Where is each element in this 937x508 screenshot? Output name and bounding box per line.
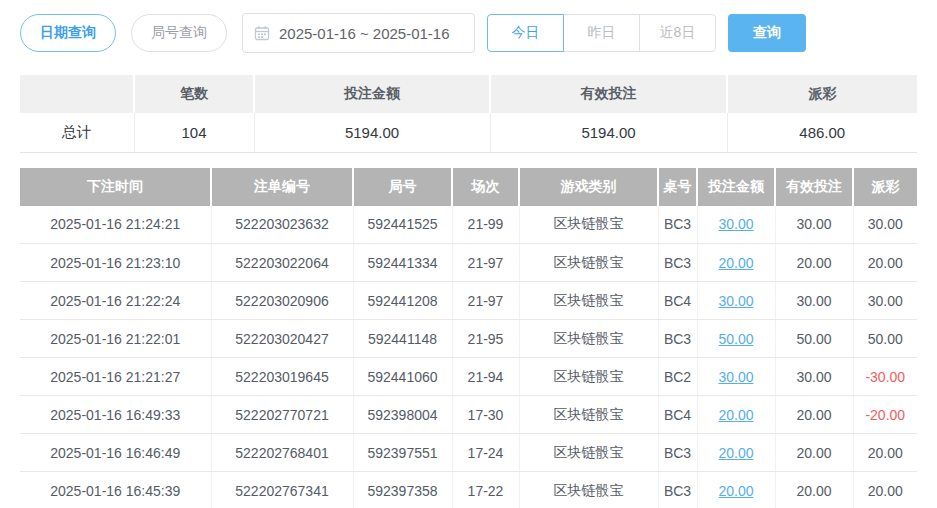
yesterday-button[interactable]: 昨日	[563, 14, 640, 52]
summary-table: 笔数 投注金额 有效投注 派彩 总计 104 5194.00 5194.00 4…	[20, 75, 917, 153]
table-number-cell: BC3	[658, 244, 697, 282]
table-row: 2025-01-16 16:49:33522202770721592398004…	[20, 396, 917, 434]
header-session: 场次	[452, 168, 519, 206]
bet-time-cell: 2025-01-16 21:21:27	[20, 358, 211, 396]
bet-time-cell: 2025-01-16 16:49:33	[20, 396, 211, 434]
game-type-cell: 区块链骰宝	[519, 282, 658, 320]
valid-bet-cell: 30.00	[775, 358, 853, 396]
today-button[interactable]: 今日	[487, 14, 564, 52]
payout-cell: -20.00	[853, 396, 917, 434]
summary-total-row: 总计 104 5194.00 5194.00 486.00	[20, 113, 917, 152]
summary-header-row: 笔数 投注金额 有效投注 派彩	[20, 75, 917, 113]
session-cell: 21-97	[452, 282, 519, 320]
payout-cell: 30.00	[853, 282, 917, 320]
bet-amount-cell: 20.00	[697, 244, 775, 282]
table-row: 2025-01-16 21:21:27522203019645592441060…	[20, 358, 917, 396]
order-number-cell: 522203020906	[211, 282, 353, 320]
session-cell: 17-30	[452, 396, 519, 434]
round-number-cell: 592441334	[353, 244, 452, 282]
bet-amount-cell: 50.00	[697, 320, 775, 358]
order-number-cell: 522202768401	[211, 434, 353, 472]
header-bet-time: 下注时间	[20, 168, 211, 206]
bet-amount-cell: 20.00	[697, 434, 775, 472]
bet-amount-link[interactable]: 30.00	[718, 216, 753, 232]
payout-cell: 20.00	[853, 472, 917, 508]
bet-amount-link[interactable]: 50.00	[718, 331, 753, 347]
summary-header-blank	[20, 75, 134, 113]
header-order-number: 注单编号	[211, 168, 353, 206]
round-query-button[interactable]: 局号查询	[131, 14, 227, 52]
table-row: 2025-01-16 21:22:24522203020906592441208…	[20, 282, 917, 320]
session-cell: 17-22	[452, 472, 519, 508]
query-toolbar: 日期查询 局号查询 2025-01-16 ~ 2025-01-16 今日	[20, 0, 917, 52]
valid-bet-cell: 20.00	[775, 472, 853, 508]
bet-time-cell: 2025-01-16 16:45:39	[20, 472, 211, 508]
summary-total-label: 总计	[20, 113, 134, 152]
table-row: 2025-01-16 21:23:10522203022064592441334…	[20, 244, 917, 282]
header-round-number: 局号	[353, 168, 452, 206]
summary-header-bet-amount: 投注金额	[254, 75, 490, 113]
bet-amount-link[interactable]: 20.00	[718, 483, 753, 499]
bet-amount-cell: 30.00	[697, 282, 775, 320]
summary-count-value: 104	[134, 113, 254, 152]
session-cell: 17-24	[452, 434, 519, 472]
order-number-cell: 522203023632	[211, 206, 353, 244]
table-row: 2025-01-16 16:45:39522202767341592397358…	[20, 472, 917, 508]
bet-records-page: 日期查询 局号查询 2025-01-16 ~ 2025-01-16 今日	[0, 0, 937, 508]
round-number-cell: 592441148	[353, 320, 452, 358]
game-type-cell: 区块链骰宝	[519, 434, 658, 472]
table-number-cell: BC2	[658, 358, 697, 396]
summary-payout-value: 486.00	[727, 113, 917, 152]
bet-time-cell: 2025-01-16 21:22:01	[20, 320, 211, 358]
query-button[interactable]: 查询	[728, 14, 806, 52]
game-type-cell: 区块链骰宝	[519, 206, 658, 244]
calendar-icon	[254, 25, 270, 41]
quick-date-group: 今日 昨日 近8日	[487, 14, 716, 52]
bet-time-cell: 2025-01-16 21:23:10	[20, 244, 211, 282]
table-row: 2025-01-16 21:24:21522203023632592441525…	[20, 206, 917, 244]
bet-time-cell: 2025-01-16 21:24:21	[20, 206, 211, 244]
bet-amount-link[interactable]: 20.00	[718, 255, 753, 271]
game-type-cell: 区块链骰宝	[519, 244, 658, 282]
summary-bet-amount-value: 5194.00	[254, 113, 490, 152]
bet-amount-link[interactable]: 30.00	[718, 293, 753, 309]
session-cell: 21-99	[452, 206, 519, 244]
header-bet-amount: 投注金额	[697, 168, 775, 206]
payout-cell: 30.00	[853, 206, 917, 244]
bet-amount-link[interactable]: 20.00	[718, 445, 753, 461]
payout-cell: 20.00	[853, 434, 917, 472]
session-cell: 21-95	[452, 320, 519, 358]
valid-bet-cell: 20.00	[775, 396, 853, 434]
round-number-cell: 592397358	[353, 472, 452, 508]
bet-amount-link[interactable]: 20.00	[718, 407, 753, 423]
bet-amount-cell: 20.00	[697, 396, 775, 434]
valid-bet-cell: 30.00	[775, 206, 853, 244]
last-8-days-button[interactable]: 近8日	[639, 14, 716, 52]
header-valid-bet: 有效投注	[775, 168, 853, 206]
table-number-cell: BC3	[658, 472, 697, 508]
date-range-input[interactable]: 2025-01-16 ~ 2025-01-16	[242, 13, 475, 53]
bet-time-cell: 2025-01-16 21:22:24	[20, 282, 211, 320]
bet-amount-cell: 20.00	[697, 472, 775, 508]
order-number-cell: 522203019645	[211, 358, 353, 396]
valid-bet-cell: 50.00	[775, 320, 853, 358]
session-cell: 21-97	[452, 244, 519, 282]
bet-amount-link[interactable]: 30.00	[718, 369, 753, 385]
round-number-cell: 592441208	[353, 282, 452, 320]
records-header-row: 下注时间 注单编号 局号 场次 游戏类别 桌号 投注金额 有效投注 派彩	[20, 168, 917, 206]
payout-cell: -30.00	[853, 358, 917, 396]
table-row: 2025-01-16 21:22:01522203020427592441148…	[20, 320, 917, 358]
table-number-cell: BC4	[658, 396, 697, 434]
valid-bet-cell: 20.00	[775, 434, 853, 472]
payout-cell: 50.00	[853, 320, 917, 358]
header-payout: 派彩	[853, 168, 917, 206]
header-table-number: 桌号	[658, 168, 697, 206]
header-game-type: 游戏类别	[519, 168, 658, 206]
records-table: 下注时间 注单编号 局号 场次 游戏类别 桌号 投注金额 有效投注 派彩 202…	[20, 168, 917, 508]
table-number-cell: BC4	[658, 282, 697, 320]
date-query-button[interactable]: 日期查询	[20, 14, 116, 52]
round-number-cell: 592397551	[353, 434, 452, 472]
round-number-cell: 592441060	[353, 358, 452, 396]
summary-header-count: 笔数	[134, 75, 254, 113]
summary-header-payout: 派彩	[727, 75, 917, 113]
